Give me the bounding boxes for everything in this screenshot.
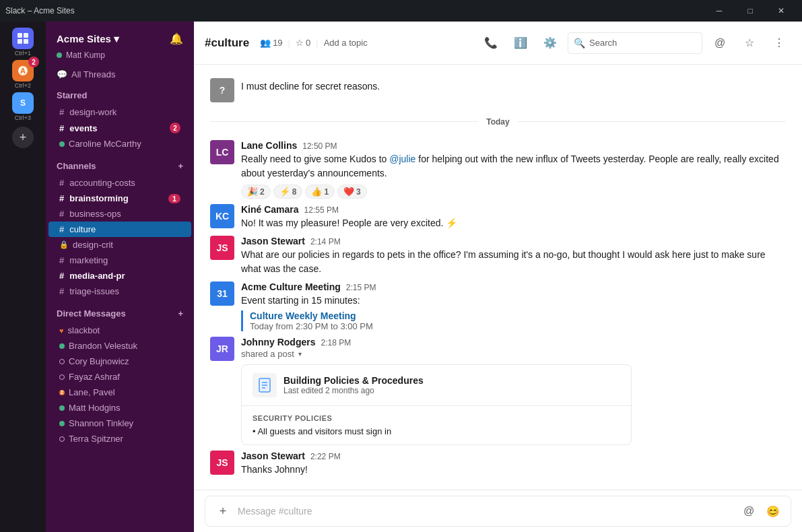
online-indicator (59, 141, 65, 147)
svg-rect-0 (18, 33, 22, 38)
sidebar-item-design-work[interactable]: # design-work (48, 104, 191, 120)
sidebar-item-triage-issues[interactable]: # triage-issues (48, 284, 191, 299)
add-workspace-button[interactable]: + (12, 127, 34, 148)
search-box[interactable]: 🔍 Search (568, 32, 702, 54)
message-content: I must decline for secret reasons. (241, 78, 786, 102)
add-dm-icon[interactable]: + (178, 308, 183, 319)
messages-area: ? I must decline for secret reasons. Tod… (194, 65, 802, 490)
channels-header[interactable]: Channels + (46, 157, 194, 175)
message-content: Jason Stewart 2:22 PM Thanks Johnny! (241, 451, 786, 477)
message-author[interactable]: Johnny Rodgers (241, 337, 315, 347)
sidebar-item-design-crit[interactable]: 🔒 design-crit (48, 237, 191, 253)
bookmark-button[interactable]: ☆ (737, 31, 762, 55)
workspace-3[interactable]: S Ctrl+3 (8, 92, 38, 121)
add-channel-icon[interactable]: + (178, 161, 183, 171)
sidebar-item-brainstorming[interactable]: # brainstorming 1 (48, 191, 191, 206)
chevron-down-icon[interactable]: ▾ (298, 350, 302, 358)
sidebar-item-caroline[interactable]: Caroline McCarthy (48, 136, 191, 152)
avatar: JS (210, 451, 234, 475)
sidebar-item-terra[interactable]: Terra Spitzner (48, 431, 191, 446)
message-time[interactable]: 12:55 PM (304, 205, 339, 215)
message-text: Thanks Johnny! (241, 463, 786, 477)
add-attachment-button[interactable]: + (213, 502, 232, 521)
mention-button[interactable]: @ (708, 31, 732, 55)
workspace-1[interactable]: Ctrl+1 (8, 27, 38, 57)
reaction-thumbsup[interactable]: 👍 1 (305, 185, 335, 199)
reaction-party[interactable]: 🎉 2 (241, 185, 271, 199)
event-time: Today from 2:30 PM to 3:00 PM (250, 321, 786, 331)
sidebar-item-slackbot[interactable]: ♥ slackbot (48, 323, 191, 338)
maximize-button[interactable]: □ (735, 0, 766, 22)
message-text: Event starting in 15 minutes: (241, 294, 786, 308)
message-time[interactable]: 12:50 PM (302, 141, 337, 151)
message-author[interactable]: Acme Culture Meeting (241, 281, 341, 292)
sidebar-item-cory[interactable]: Cory Bujnowicz (48, 354, 191, 369)
sidebar-item-shannon[interactable]: Shannon Tinkley (48, 415, 191, 431)
call-button[interactable]: 📞 (479, 31, 503, 55)
sidebar-item-events[interactable]: # events 2 (48, 120, 191, 136)
message-time[interactable]: 2:22 PM (310, 452, 341, 461)
more-button[interactable]: ⋮ (767, 31, 791, 55)
add-topic[interactable]: Add a topic (324, 38, 368, 48)
message-input-box: + Message #culture @ 😊 (205, 496, 791, 527)
avatar: JS (210, 236, 234, 260)
message-author[interactable]: Lane Collins (241, 140, 297, 151)
minimize-button[interactable]: ─ (704, 0, 735, 22)
close-button[interactable]: ✕ (766, 0, 797, 22)
message-author[interactable]: Kiné Camara (241, 204, 299, 215)
info-button[interactable]: ℹ️ (508, 31, 533, 55)
star-count[interactable]: ☆ 0 (296, 38, 310, 48)
sidebar-item-matt-hodgins[interactable]: Matt Hodgins (48, 400, 191, 415)
sidebar-item-fayaz[interactable]: Fayaz Ashraf (48, 369, 191, 385)
message-author[interactable]: Jason Stewart (241, 451, 305, 461)
titlebar: Slack – Acme Sites ─ □ ✕ (0, 0, 802, 22)
settings-button[interactable]: ⚙️ (538, 31, 562, 55)
search-icon: 🔍 (574, 38, 585, 48)
table-row: LC Lane Collins 12:50 PM Really need to … (194, 137, 802, 201)
notifications-bell[interactable]: 🔔 (170, 32, 183, 45)
dm-header[interactable]: Direct Messages + (46, 304, 194, 323)
post-title[interactable]: Building Policies & Procedures (283, 375, 424, 386)
avatar: KC (210, 204, 234, 228)
message-time[interactable]: 2:15 PM (346, 283, 376, 292)
meta-separator: | (316, 38, 318, 48)
sidebar-item-marketing[interactable]: # marketing (48, 253, 191, 268)
message-time[interactable]: 2:14 PM (310, 237, 341, 246)
mention-link[interactable]: @julie (389, 154, 415, 164)
mention-button-input[interactable]: @ (739, 502, 758, 521)
sidebar-item-culture[interactable]: # culture (48, 222, 191, 237)
sidebar-item-media-and-pr[interactable]: # media-and-pr (48, 268, 191, 284)
reaction-count: 3 (356, 187, 361, 197)
sidebar-item-accounting-costs[interactable]: # accounting-costs (48, 175, 191, 191)
reaction-heart[interactable]: ❤️ 3 (337, 185, 367, 199)
threads-icon: 💬 (57, 69, 67, 79)
sidebar-item-brandon[interactable]: Brandon Velestuk (48, 338, 191, 354)
all-threads-link[interactable]: 💬 All Threads (46, 65, 194, 84)
reaction-lightning[interactable]: ⚡ 8 (273, 185, 303, 199)
event-title[interactable]: Culture Weekly Meeting (250, 310, 786, 321)
message-content: Johnny Rodgers 2:18 PM shared a post ▾ (241, 337, 786, 445)
message-text: No! It was my pleasure! People are very … (241, 216, 786, 230)
shared-post-text: shared a post (241, 349, 294, 359)
workspace-2-badge: 2 (28, 57, 39, 67)
post-card-info: Building Policies & Procedures Last edit… (283, 375, 424, 395)
workspace-2[interactable]: A 2 Ctrl+2 (8, 59, 38, 89)
workspace-name[interactable]: Acme Sites ▾ (57, 33, 119, 45)
emoji-button[interactable]: 😊 (764, 502, 782, 521)
hash-icon: # (59, 107, 64, 117)
starred-header[interactable]: Starred (46, 86, 194, 104)
message-prev: ? I must decline for secret reasons. (194, 75, 802, 105)
channel-header: #culture 👥 19 | ☆ 0 | Add a topic 📞 ℹ️ ⚙… (194, 22, 802, 65)
lightning-emoji: ⚡ (279, 187, 290, 197)
sidebar-item-lane-pavel[interactable]: 2 Lane, Pavel (48, 385, 191, 400)
avatar: 31 (210, 281, 234, 306)
message-time[interactable]: 2:18 PM (321, 338, 351, 347)
message-author[interactable]: Jason Stewart (241, 236, 305, 246)
message-input[interactable]: Message #culture (238, 506, 734, 517)
table-row: JR Johnny Rodgers 2:18 PM shared a post … (194, 334, 802, 448)
slackbot-icon: ♥ (59, 327, 64, 335)
channels-section: Channels + # accounting-costs # brainsto… (46, 154, 194, 302)
sidebar-item-business-ops[interactable]: # business-ops (48, 206, 191, 222)
members-count[interactable]: 👥 19 (260, 38, 282, 48)
workspace-1-label: Ctrl+1 (15, 50, 31, 57)
